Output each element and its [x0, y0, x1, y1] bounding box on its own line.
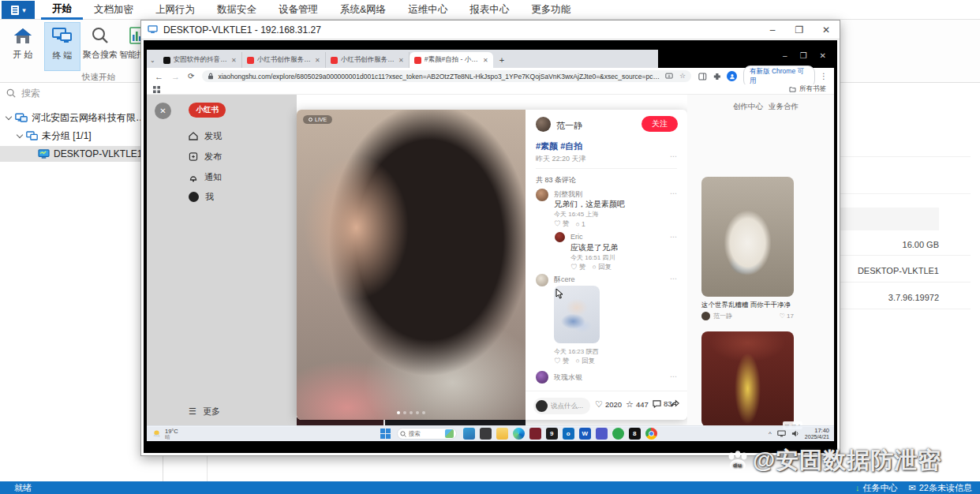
tab-close-icon[interactable]: ✕	[398, 57, 404, 64]
start-button[interactable]	[380, 429, 391, 439]
nav-me[interactable]: 我	[189, 191, 214, 203]
tray-speaker-icon[interactable]	[791, 430, 799, 437]
new-tab-button[interactable]: +	[499, 55, 504, 65]
comment-user[interactable]: 酥cere	[554, 275, 575, 285]
carousel-dots[interactable]	[397, 411, 425, 414]
tree-expand-icon[interactable]	[6, 113, 12, 119]
menu-item-report-center[interactable]: 报表中心	[458, 0, 520, 20]
install-icon[interactable]	[665, 73, 673, 80]
tray-chevron-icon[interactable]: ^	[769, 430, 772, 437]
extensions-puzzle-icon[interactable]	[713, 73, 721, 80]
taskbar-app-explorer[interactable]	[496, 428, 508, 440]
taskbar-app-maroon[interactable]	[529, 428, 541, 440]
comment-button[interactable]: 83	[653, 399, 672, 408]
browser-tab-note-active[interactable]: #素颜#自拍 - 小红书 ✕	[410, 52, 493, 68]
apps-grid-icon[interactable]	[153, 86, 160, 93]
nav-discover[interactable]: 发现	[189, 130, 222, 142]
tree-node-company[interactable]: 河北安固云网络科技有限公司 [1/1]	[0, 110, 163, 125]
menu-item-ops-center[interactable]: 运维中心	[397, 0, 458, 20]
xhs-logo[interactable]: 小红书	[189, 103, 226, 118]
tab-search-chevron-icon[interactable]: ⌄	[150, 57, 155, 64]
profile-avatar[interactable]	[727, 71, 737, 81]
browser-tab-xhs-creator-2[interactable]: 小红书创作服务平台 ✕	[326, 52, 410, 68]
note-more-icon[interactable]: ⋯	[670, 152, 678, 160]
feed-card-title[interactable]: 这个世界乱糟糟 而你干干净净	[701, 301, 794, 310]
tree-node-ungrouped[interactable]: 未分组 [1/1]	[0, 128, 163, 144]
like-icon[interactable]: ♡ 赞	[570, 263, 585, 272]
nav-more[interactable]: ☰ 更多	[189, 406, 220, 417]
ribbon-agg-search-button[interactable]: 聚合搜索	[82, 22, 118, 71]
tree-expand-icon[interactable]	[17, 131, 23, 137]
menu-item-data-security[interactable]: 数据安全	[206, 0, 267, 20]
note-photo[interactable]: LIVE	[297, 110, 526, 420]
all-bookmarks-button[interactable]: 所有书签	[789, 84, 826, 94]
close-button[interactable]: ✕	[813, 24, 840, 36]
reload-button[interactable]: ⟳	[188, 72, 194, 80]
share-icon[interactable]	[671, 399, 679, 408]
like-button[interactable]: ♡2020	[595, 399, 622, 410]
comment-avatar[interactable]	[536, 274, 548, 286]
menu-item-doc-encrypt[interactable]: 文档加密	[83, 0, 144, 20]
tab-close-icon[interactable]: ✕	[483, 57, 488, 64]
comment-user[interactable]: Eric	[570, 233, 583, 241]
feed-card-image-dog[interactable]	[701, 177, 794, 297]
taskbar-app-chrome[interactable]	[645, 428, 657, 440]
menu-item-system-network[interactable]: 系统&网络	[329, 0, 397, 20]
tree-node-terminal[interactable]: DESKTOP-VLKTLE1	[0, 146, 163, 162]
menu-item-start[interactable]: 开始	[41, 0, 83, 20]
nav-publish[interactable]: 发布	[189, 151, 222, 163]
kebab-menu-icon[interactable]: ⋮	[820, 72, 828, 80]
close-button[interactable]: ✕	[820, 51, 826, 60]
feed-card-author[interactable]: 范一静	[713, 312, 732, 320]
status-unread-link[interactable]: 22条未读信息	[919, 482, 972, 494]
bookmark-star-icon[interactable]: ☆	[679, 73, 686, 80]
comment-more-icon[interactable]: ⋯	[670, 189, 678, 197]
business-coop-link[interactable]: 业务合作	[769, 102, 799, 112]
side-panel-icon[interactable]	[698, 73, 707, 80]
taskbar-search-box[interactable]: 搜索	[397, 428, 457, 440]
ribbon-terminal-button[interactable]: 终 端	[44, 22, 80, 71]
author-avatar[interactable]	[536, 117, 551, 132]
tray-clock[interactable]: 17:40 2025/4/21	[805, 428, 829, 440]
status-task-center-link[interactable]: 任务中心	[863, 482, 898, 494]
tab-close-icon[interactable]: ✕	[231, 57, 237, 64]
browser-tab-xhs-creator-1[interactable]: 小红书创作服务平台 ✕	[242, 52, 326, 68]
comment-input[interactable]: 说点什么...	[533, 398, 590, 414]
author-name[interactable]: 范一静	[556, 120, 582, 132]
feed-card-image-dress[interactable]	[701, 331, 794, 427]
menu-item-device-mgmt[interactable]: 设备管理	[267, 0, 329, 20]
taskbar-weather-widget[interactable]: 19°C 晴	[151, 429, 178, 440]
taskbar-app-outlook[interactable]: o	[563, 428, 574, 440]
minimize-button[interactable]: –	[759, 24, 786, 36]
ribbon-start-button[interactable]: 开 始	[5, 22, 41, 71]
tray-monitor-icon[interactable]	[777, 430, 786, 437]
app-logo-button[interactable]: ▾	[2, 1, 35, 19]
maximize-button[interactable]: ❐	[786, 24, 813, 36]
minimize-button[interactable]: –	[783, 51, 787, 60]
taskbar-app-word[interactable]: W	[579, 428, 591, 440]
like-icon[interactable]: ♡ 赞	[554, 357, 569, 366]
back-button[interactable]: ←	[155, 72, 163, 81]
like-icon[interactable]: ♡ 赞	[554, 219, 569, 229]
follow-button[interactable]: 关注	[641, 116, 678, 132]
nav-notify[interactable]: 通知	[189, 171, 222, 183]
browser-tab-douyin[interactable]: 安固软件的抖音 - 抖音 ✕	[159, 52, 242, 68]
taskbar-app-dark[interactable]	[480, 428, 492, 440]
taskbar-app-green[interactable]	[612, 428, 624, 440]
tree-search-input[interactable]: 搜索	[0, 83, 163, 103]
note-title[interactable]: #素颜 #自拍	[536, 140, 582, 152]
reply-icon[interactable]: ○ 1	[575, 220, 585, 228]
menu-item-more[interactable]: 更多功能	[520, 0, 582, 20]
taskbar-app-eight[interactable]: 8	[629, 428, 641, 440]
omnibox[interactable]: xiaohongshu.com/explore/6805029a00000000…	[202, 70, 691, 82]
feed-card-likes[interactable]: ♡ 17	[780, 312, 794, 320]
reply-icon[interactable]: ○ 回复	[575, 357, 595, 366]
creator-center-link[interactable]: 创作中心	[733, 102, 763, 112]
remote-window-titlebar[interactable]: DESKTOP-VLKTLE1 - 192.168.31.27 – ❐ ✕	[141, 21, 840, 39]
reply-icon[interactable]: ○ 回复	[592, 263, 612, 272]
forward-button[interactable]: →	[171, 72, 180, 81]
taskbar-app-nine[interactable]: 9	[546, 428, 558, 440]
note-close-button[interactable]: ✕	[155, 103, 171, 119]
comment-user[interactable]: 玫瑰水银	[554, 372, 582, 383]
comment-avatar[interactable]	[536, 189, 548, 201]
